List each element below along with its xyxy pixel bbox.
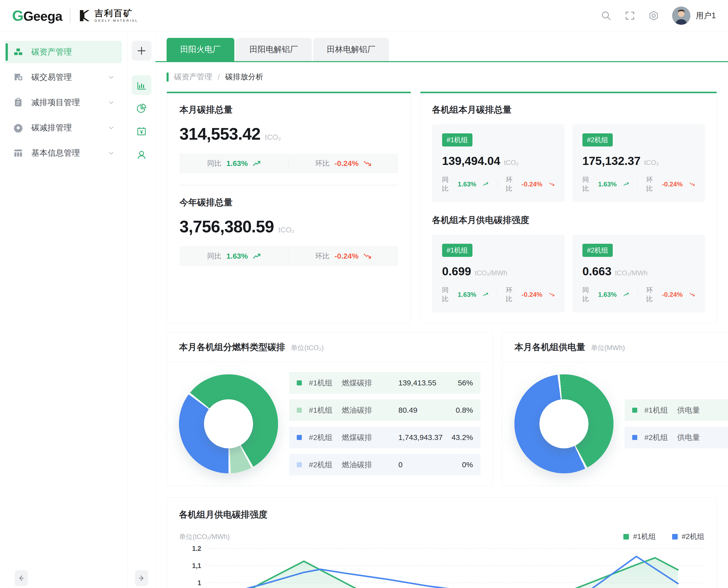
legend-unit: #2机组 xyxy=(644,433,677,443)
rail-expand-button[interactable] xyxy=(135,570,148,586)
fuel-chart-title: 本月各机组分燃料类型碳排 xyxy=(179,341,285,353)
sidebar-item-basic-info[interactable]: 基本信息管理 xyxy=(5,142,122,164)
trend-down-icon xyxy=(549,181,554,187)
unit-value: 0.663 xyxy=(582,265,611,278)
yoy-label: 同比 xyxy=(442,286,451,303)
kpi-year-value: 3,756,380.59 xyxy=(180,217,274,236)
breadcrumb-parent[interactable]: 碳资产管理 xyxy=(174,72,212,82)
unit-badge: #2机组 xyxy=(582,133,613,147)
app: GGeega 吉利百矿 GEELY MATERIAL xyxy=(0,0,728,588)
dashed-divider xyxy=(180,185,398,185)
legend-swatch xyxy=(672,534,678,540)
brand-divider xyxy=(70,8,70,23)
mom-value: -0.24% xyxy=(662,180,683,188)
yoy-label: 同比 xyxy=(442,175,451,193)
trade-icon xyxy=(13,72,23,82)
unit-unit: tCO₂ xyxy=(644,159,659,167)
sidebar: 碳资产管理 碳交易管理 减排项目管理 xyxy=(0,31,128,588)
tab-tianlin-aluminum[interactable]: 田林电解铝厂 xyxy=(313,38,389,61)
legend-row: #1机组 燃油碳排 80.49 0.8% xyxy=(289,399,481,421)
settings-icon[interactable] xyxy=(648,10,659,21)
plant-tabs: 田阳火电厂 田阳电解铝厂 田林电解铝厂 xyxy=(156,31,728,61)
search-icon[interactable] xyxy=(601,10,611,21)
legend-row: #2机组 供电量 264,222.4 57% xyxy=(625,426,728,448)
fuel-legend: #1机组 燃煤碳排 139,413.55 56% #1机组 燃油碳排 80.4 xyxy=(289,372,481,476)
tab-tianyang-thermal[interactable]: 田阳火电厂 xyxy=(167,38,234,61)
breadcrumb-current: 碳排放分析 xyxy=(225,72,263,82)
carbon-price-view-button[interactable] xyxy=(132,122,151,142)
mom-label: 环比 xyxy=(506,175,515,193)
units-subtitle: 各机组本月供电碳排强度 xyxy=(432,214,705,226)
kpi-year-unit: tCO₂ xyxy=(278,226,294,234)
fuel-chart-unit: 单位(tCO₂) xyxy=(291,343,324,352)
legend-value: 80.49 xyxy=(392,406,443,415)
main-content: 田阳火电厂 田阳电解铝厂 田林电解铝厂 碳资产管理 / 碳排放分析 本月碳排总量 xyxy=(156,31,728,588)
svg-text:1.2: 1.2 xyxy=(192,545,201,552)
sidebar-item-reduction-projects[interactable]: 减排项目管理 xyxy=(5,91,122,114)
unit2-intensity-panel: #2机组 0.663 tCO₂/MWh 同比 1.63% xyxy=(572,235,705,312)
header: GGeega 吉利百矿 GEELY MATERIAL xyxy=(0,0,728,31)
fullscreen-icon[interactable] xyxy=(625,10,635,21)
user-menu[interactable]: 用户1 xyxy=(672,6,716,25)
avatar[interactable] xyxy=(672,6,690,25)
mom-value: -0.24% xyxy=(522,291,542,298)
sidebar-item-carbon-trading[interactable]: 碳交易管理 xyxy=(5,66,122,88)
yoy-value: 1.63% xyxy=(458,291,477,298)
legend-label: #2机组 xyxy=(682,532,705,542)
trend-down-icon xyxy=(364,253,371,259)
trend-up-icon xyxy=(253,161,261,166)
breadcrumb: 碳资产管理 / 碳排放分析 xyxy=(167,72,717,82)
tool-rail xyxy=(128,31,156,588)
unit-value: 175,132.37 xyxy=(582,154,641,168)
unit-value: 139,494.04 xyxy=(442,154,500,168)
svg-text:1: 1 xyxy=(198,579,201,587)
legend-unit: #2机组 xyxy=(309,433,342,443)
geega-logo-g: G xyxy=(12,7,23,24)
kpi-month-unit: tCO₂ xyxy=(265,133,281,142)
mom-value: -0.24% xyxy=(335,159,359,168)
bar-chart-view-button[interactable] xyxy=(132,75,151,95)
brand-cn-name: 吉利百矿 xyxy=(95,9,138,17)
legend-pct: 0.8% xyxy=(443,406,473,415)
card-power-supply-chart: 本月各机组供电量 单位(MWh) #1机组 供电量 199,515.6 xyxy=(502,332,728,486)
plus-icon xyxy=(136,45,147,56)
legend-swatch xyxy=(297,380,302,385)
yoy-value: 1.63% xyxy=(598,180,617,188)
sidebar-collapse-button[interactable] xyxy=(15,570,28,586)
pie-chart-view-button[interactable] xyxy=(132,99,151,118)
legend-unit: #2机组 xyxy=(309,460,342,470)
card-unit-emissions: 各机组本月碳排总量 #1机组 139,494.04 tCO₂ 同比 xyxy=(420,92,717,323)
user-view-button[interactable] xyxy=(132,145,151,165)
calendar-yen-icon xyxy=(136,126,147,137)
yoy-value: 1.63% xyxy=(226,252,248,260)
card-total-emissions: 本月碳排总量 314,553.42 tCO₂ 同比 1.63% xyxy=(167,92,411,323)
card-monthly-intensity-chart: 各机组月供电碳排强度 单位(tCO₂/MWh) #1机组 #2机组 xyxy=(167,497,717,588)
add-button[interactable] xyxy=(132,41,151,61)
kpi-month-compare: 同比 1.63% 环比 -0.24% xyxy=(180,153,398,173)
header-actions: 用户1 xyxy=(601,6,716,25)
sidebar-item-label: 碳交易管理 xyxy=(31,72,72,83)
geega-logo: GGeega xyxy=(12,7,62,24)
yoy-value: 1.63% xyxy=(226,159,248,168)
sidebar-item-carbon-reduction[interactable]: 碳减排管理 xyxy=(5,117,122,139)
mom-label: 环比 xyxy=(646,286,655,303)
geega-logo-text: Geega xyxy=(23,9,62,23)
yoy-label: 同比 xyxy=(207,251,221,261)
mom-value: -0.24% xyxy=(662,291,683,298)
breadcrumb-accent-bar xyxy=(167,72,168,82)
unit2-emission-panel: #2机组 175,132.37 tCO₂ 同比 1.63% xyxy=(572,124,705,202)
trend-up-icon xyxy=(623,181,629,187)
arrow-right-icon xyxy=(138,575,145,582)
tab-tianyang-aluminum[interactable]: 田阳电解铝厂 xyxy=(236,38,312,61)
user-name: 用户1 xyxy=(696,10,716,21)
sidebar-item-carbon-assets[interactable]: 碳资产管理 xyxy=(5,41,122,63)
chevron-down-icon xyxy=(108,100,114,106)
trend-down-icon xyxy=(689,181,695,187)
mom-value: -0.24% xyxy=(522,180,542,188)
person-icon xyxy=(136,149,147,161)
legend-swatch xyxy=(623,534,629,540)
clipboard-icon xyxy=(13,98,23,108)
legend-label: #1机组 xyxy=(633,532,656,542)
yoy-value: 1.63% xyxy=(458,180,477,188)
units-title: 各机组本月碳排总量 xyxy=(432,104,705,116)
